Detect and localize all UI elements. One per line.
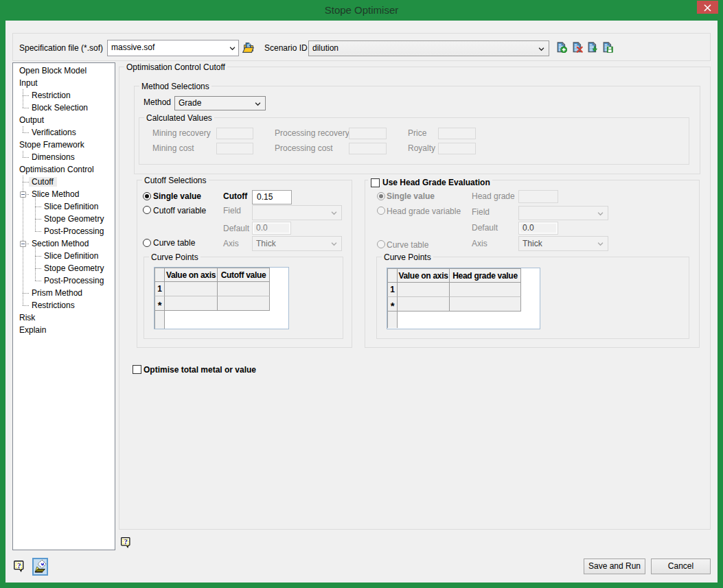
svg-text:?: ?: [17, 561, 21, 569]
svg-text:?: ?: [124, 538, 128, 545]
